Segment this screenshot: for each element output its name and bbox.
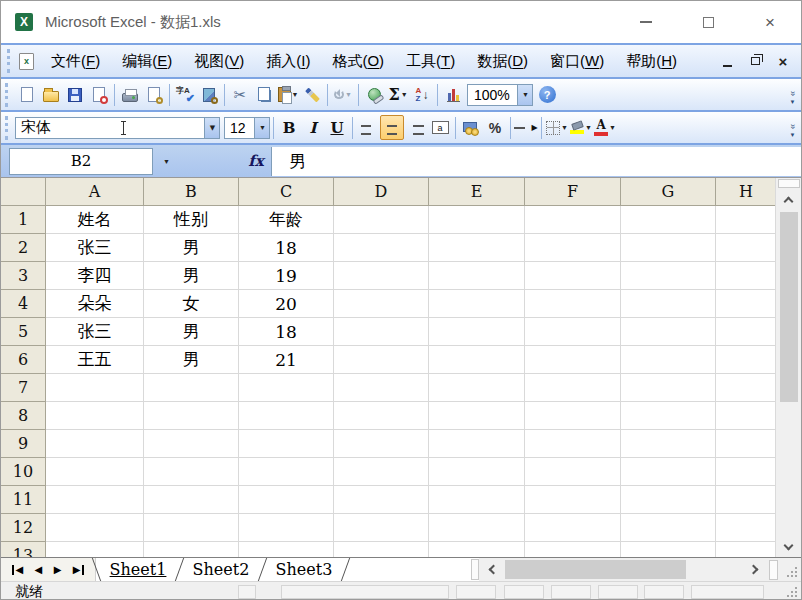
- cell-C13[interactable]: [239, 542, 334, 557]
- scroll-right-button[interactable]: [742, 558, 768, 581]
- cell-F4[interactable]: [525, 290, 621, 318]
- cell-E9[interactable]: [429, 430, 525, 458]
- cell-G6[interactable]: [621, 346, 716, 374]
- cell-F7[interactable]: [525, 374, 621, 402]
- cell-E7[interactable]: [429, 374, 525, 402]
- previous-sheet-button[interactable]: ◀: [35, 565, 43, 575]
- cell-D10[interactable]: [334, 458, 429, 486]
- hyperlink-button[interactable]: [362, 82, 386, 107]
- toolbar-options-button[interactable]: »▼: [786, 115, 799, 138]
- cell-A2[interactable]: 张三: [46, 234, 144, 262]
- cell-E2[interactable]: [429, 234, 525, 262]
- cell-C12[interactable]: [239, 514, 334, 542]
- column-header-A[interactable]: A: [46, 178, 144, 206]
- cell-D9[interactable]: [334, 430, 429, 458]
- cell-B8[interactable]: [144, 402, 239, 430]
- cell-H7[interactable]: [716, 374, 777, 402]
- workbook-close-button[interactable]: ×: [773, 52, 793, 70]
- row-header-4[interactable]: 4: [1, 290, 46, 318]
- cell-F1[interactable]: [525, 206, 621, 234]
- horizontal-split-handle[interactable]: [769, 560, 778, 580]
- print-button[interactable]: [118, 82, 142, 107]
- name-box[interactable]: B2: [9, 148, 153, 175]
- scroll-up-button[interactable]: [777, 188, 801, 210]
- sort-ascending-button[interactable]: AZ ↓: [410, 82, 434, 107]
- chart-wizard-button[interactable]: [441, 82, 465, 107]
- cell-E3[interactable]: [429, 262, 525, 290]
- scroll-down-button[interactable]: [777, 535, 801, 557]
- cell-G5[interactable]: [621, 318, 716, 346]
- spelling-button[interactable]: 字A✔: [173, 82, 197, 107]
- cell-D6[interactable]: [334, 346, 429, 374]
- cell-E1[interactable]: [429, 206, 525, 234]
- permission-button[interactable]: [87, 82, 111, 107]
- cell-F10[interactable]: [525, 458, 621, 486]
- cell-G2[interactable]: [621, 234, 716, 262]
- tab-split-handle[interactable]: [471, 559, 479, 580]
- cell-C8[interactable]: [239, 402, 334, 430]
- cell-G9[interactable]: [621, 430, 716, 458]
- cell-G10[interactable]: [621, 458, 716, 486]
- cell-F9[interactable]: [525, 430, 621, 458]
- cell-E5[interactable]: [429, 318, 525, 346]
- horizontal-scrollbar[interactable]: [479, 558, 801, 581]
- cell-B12[interactable]: [144, 514, 239, 542]
- new-document-button[interactable]: [15, 82, 39, 107]
- cell-A1[interactable]: 姓名: [46, 206, 144, 234]
- cell-H5[interactable]: [716, 318, 777, 346]
- row-header-10[interactable]: 10: [1, 458, 46, 486]
- cell-E10[interactable]: [429, 458, 525, 486]
- row-header-5[interactable]: 5: [1, 318, 46, 346]
- cell-A8[interactable]: [46, 402, 144, 430]
- menu-item-T[interactable]: 工具(T): [395, 48, 466, 75]
- align-left-button[interactable]: [356, 115, 380, 140]
- cell-B4[interactable]: 女: [144, 290, 239, 318]
- cell-G11[interactable]: [621, 486, 716, 514]
- workbook-restore-button[interactable]: [745, 52, 765, 70]
- cell-F2[interactable]: [525, 234, 621, 262]
- minimize-button[interactable]: [615, 1, 677, 43]
- cell-D13[interactable]: [334, 542, 429, 557]
- sheet-tab-sheet1[interactable]: Sheet1: [97, 558, 179, 581]
- cell-A5[interactable]: 张三: [46, 318, 144, 346]
- cell-E4[interactable]: [429, 290, 525, 318]
- row-header-6[interactable]: 6: [1, 346, 46, 374]
- cell-H8[interactable]: [716, 402, 777, 430]
- row-header-1[interactable]: 1: [1, 206, 46, 234]
- cell-B13[interactable]: [144, 542, 239, 557]
- merge-center-button[interactable]: a: [428, 115, 452, 140]
- menu-item-I[interactable]: 插入(I): [255, 48, 321, 75]
- cell-G13[interactable]: [621, 542, 716, 557]
- column-header-C[interactable]: C: [239, 178, 334, 206]
- cut-button[interactable]: ✂: [228, 82, 252, 107]
- row-header-11[interactable]: 11: [1, 486, 46, 514]
- open-button[interactable]: [39, 82, 63, 107]
- cell-G12[interactable]: [621, 514, 716, 542]
- cell-C7[interactable]: [239, 374, 334, 402]
- cell-E11[interactable]: [429, 486, 525, 514]
- cell-D3[interactable]: [334, 262, 429, 290]
- resize-grip[interactable]: [779, 558, 801, 581]
- row-header-9[interactable]: 9: [1, 430, 46, 458]
- cell-C10[interactable]: [239, 458, 334, 486]
- cell-E6[interactable]: [429, 346, 525, 374]
- autosum-button[interactable]: Σ▼: [386, 82, 410, 107]
- cell-D5[interactable]: [334, 318, 429, 346]
- cell-A3[interactable]: 李四: [46, 262, 144, 290]
- font-color-button[interactable]: A▼: [593, 115, 617, 140]
- font-size-dropdown-button[interactable]: ▼: [254, 118, 269, 138]
- cell-G7[interactable]: [621, 374, 716, 402]
- toolbar-drag-handle[interactable]: [5, 116, 11, 140]
- row-header-12[interactable]: 12: [1, 514, 46, 542]
- row-header-8[interactable]: 8: [1, 402, 46, 430]
- cell-C3[interactable]: 19: [239, 262, 334, 290]
- toolbar-drag-handle[interactable]: [7, 49, 13, 73]
- paste-button[interactable]: ▼: [276, 82, 300, 107]
- cell-B1[interactable]: 性别: [144, 206, 239, 234]
- cell-A6[interactable]: 王五: [46, 346, 144, 374]
- last-sheet-button[interactable]: ▶: [73, 565, 84, 575]
- maximize-button[interactable]: [677, 1, 739, 43]
- menu-item-W[interactable]: 窗口(W): [539, 48, 615, 75]
- column-header-F[interactable]: F: [525, 178, 621, 206]
- zoom-combo[interactable]: 100% ▼: [467, 84, 533, 106]
